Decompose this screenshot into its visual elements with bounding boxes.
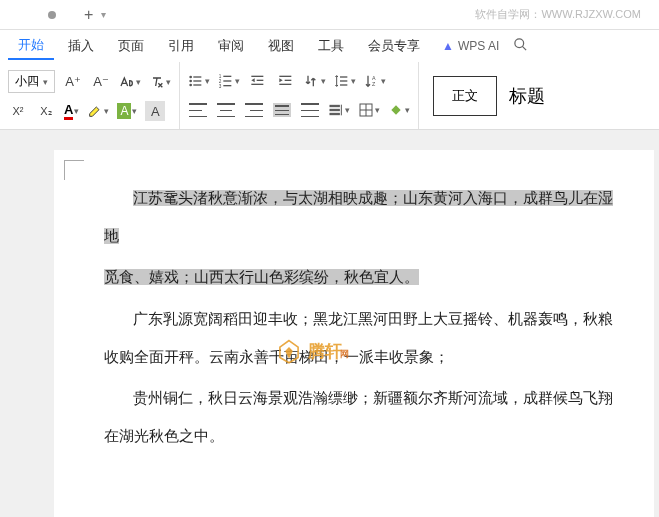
increase-indent-button[interactable]	[276, 71, 296, 91]
menu-page[interactable]: 页面	[108, 33, 154, 59]
paragraph-1[interactable]: 江苏鼋头渚秋意渐浓，与太湖相映成趣；山东黄河入海口，成群鸟儿在湿地	[104, 180, 614, 255]
svg-text:A: A	[372, 74, 376, 80]
shading-button[interactable]: A ▾	[117, 103, 137, 119]
line-spacing-button[interactable]: ▾	[334, 73, 356, 89]
menu-review[interactable]: 审阅	[208, 33, 254, 59]
svg-rect-20	[340, 76, 347, 77]
toolbar: 小四 ▾ A⁺ A⁻ ▾ ▾ X² X₂ A ▾ ▾	[0, 62, 659, 130]
svg-rect-26	[330, 110, 339, 111]
svg-rect-27	[330, 114, 339, 115]
svg-rect-3	[193, 76, 201, 77]
document-area: 江苏鼋头渚秋意渐浓，与太湖相映成趣；山东黄河入海口，成群鸟儿在湿地 觅食、嬉戏；…	[0, 130, 659, 517]
svg-rect-18	[285, 79, 292, 80]
menu-insert[interactable]: 插入	[58, 33, 104, 59]
ai-icon: ▲	[442, 39, 454, 53]
font-size-select[interactable]: 小四 ▾	[8, 70, 55, 93]
chevron-down-icon: ▾	[205, 76, 210, 86]
tab-indicator-icon	[48, 11, 56, 19]
svg-rect-19	[279, 83, 291, 84]
align-right-button[interactable]	[244, 100, 264, 120]
selected-text: 觅食、嬉戏；山西太行山色彩缤纷，秋色宜人。	[104, 269, 419, 285]
decrease-font-button[interactable]: A⁻	[91, 72, 111, 92]
svg-rect-5	[193, 80, 201, 81]
text-direction-button[interactable]: ▾	[304, 73, 326, 89]
change-case-button[interactable]: ▾	[119, 74, 141, 90]
font-size-value: 小四	[15, 73, 39, 90]
chevron-down-icon: ▾	[321, 76, 326, 86]
svg-rect-25	[330, 106, 339, 107]
superscript-button[interactable]: X²	[8, 101, 28, 121]
svg-point-2	[189, 75, 192, 78]
chevron-down-icon: ▾	[351, 76, 356, 86]
svg-rect-15	[257, 79, 264, 80]
svg-text:Z: Z	[372, 81, 376, 87]
page-corner-icon	[64, 160, 84, 180]
bullet-list-button[interactable]: ▾	[188, 73, 210, 89]
svg-rect-9	[223, 75, 231, 76]
menu-start[interactable]: 开始	[8, 32, 54, 60]
new-tab-button[interactable]: +	[84, 6, 93, 24]
menu-bar: 开始 插入 页面 引用 审阅 视图 工具 会员专享 ▲ WPS AI	[0, 30, 659, 62]
chevron-down-icon: ▾	[132, 106, 137, 116]
chevron-down-icon: ▾	[235, 76, 240, 86]
watermark-text: 软件自学网：WWW.RJZXW.COM	[475, 7, 641, 22]
style-heading-button[interactable]: 标题	[509, 84, 545, 108]
style-group: 正文 标题	[419, 62, 559, 129]
menu-member[interactable]: 会员专享	[358, 33, 430, 59]
svg-point-0	[515, 38, 524, 47]
svg-line-1	[523, 46, 527, 50]
document-page[interactable]: 江苏鼋头渚秋意渐浓，与太湖相映成趣；山东黄河入海口，成群鸟儿在湿地 觅食、嬉戏；…	[54, 150, 654, 517]
number-list-button[interactable]: 123 ▾	[218, 73, 240, 89]
svg-rect-17	[279, 75, 291, 76]
svg-point-6	[189, 83, 192, 86]
svg-text:3: 3	[219, 83, 222, 88]
chevron-down-icon: ▾	[405, 105, 410, 115]
chevron-down-icon: ▾	[381, 76, 386, 86]
subscript-button[interactable]: X₂	[36, 101, 56, 121]
svg-rect-22	[340, 84, 347, 85]
border-button[interactable]: ▾	[358, 102, 380, 118]
align-center-button[interactable]	[216, 100, 236, 120]
tab-settings-button[interactable]: ▾	[328, 102, 350, 118]
sort-button[interactable]: AZ ▾	[364, 73, 386, 89]
svg-rect-13	[223, 85, 231, 86]
style-normal-button[interactable]: 正文	[433, 76, 497, 116]
title-bar: + ▾ 软件自学网：WWW.RJZXW.COM	[0, 0, 659, 30]
highlight-button[interactable]: ▾	[87, 103, 109, 119]
align-justify-button[interactable]	[272, 100, 292, 120]
increase-font-button[interactable]: A⁺	[63, 72, 83, 92]
wps-ai-label: WPS AI	[458, 39, 499, 53]
search-icon[interactable]	[513, 37, 528, 56]
menu-view[interactable]: 视图	[258, 33, 304, 59]
wps-ai-button[interactable]: ▲ WPS AI	[442, 39, 499, 53]
menu-tools[interactable]: 工具	[308, 33, 354, 59]
svg-rect-7	[193, 84, 201, 85]
paragraph-1b[interactable]: 觅食、嬉戏；山西太行山色彩缤纷，秋色宜人。	[104, 259, 614, 297]
font-color-button[interactable]: A ▾	[64, 102, 79, 120]
font-group: 小四 ▾ A⁺ A⁻ ▾ ▾ X² X₂ A ▾ ▾	[0, 62, 180, 129]
chevron-down-icon: ▾	[166, 77, 171, 87]
svg-rect-11	[223, 80, 231, 81]
svg-rect-16	[251, 83, 263, 84]
chevron-down-icon: ▾	[136, 77, 141, 87]
character-shading-button[interactable]: A	[145, 101, 165, 121]
chevron-down-icon: ▾	[43, 77, 48, 87]
svg-point-4	[189, 79, 192, 82]
chevron-down-icon: ▾	[74, 106, 79, 116]
svg-rect-21	[340, 80, 347, 81]
paragraph-group: ▾ 123 ▾ ▾ ▾ AZ ▾	[180, 62, 419, 129]
align-left-button[interactable]	[188, 100, 208, 120]
align-distribute-button[interactable]	[300, 100, 320, 120]
selected-text: 江苏鼋头渚秋意渐浓，与太湖相映成趣；山东黄河入海口，成群鸟儿在湿地	[104, 190, 613, 244]
paragraph-3[interactable]: 贵州铜仁，秋日云海景观浩瀚缥缈；新疆额尔齐斯河流域，成群候鸟飞翔在湖光秋色之中。	[104, 380, 614, 455]
svg-rect-14	[251, 75, 263, 76]
tab-chevron-icon[interactable]: ▾	[101, 9, 106, 20]
clear-format-button[interactable]: ▾	[149, 74, 171, 90]
menu-reference[interactable]: 引用	[158, 33, 204, 59]
chevron-down-icon: ▾	[345, 105, 350, 115]
decrease-indent-button[interactable]	[248, 71, 268, 91]
chevron-down-icon: ▾	[104, 106, 109, 116]
paragraph-2[interactable]: 广东乳源宽阔稻田迎丰收；黑龙江黑河田野上大豆摇铃、机器轰鸣，秋粮收购全面开秤。云…	[104, 301, 614, 376]
fill-color-button[interactable]: ▾	[388, 102, 410, 118]
chevron-down-icon: ▾	[375, 105, 380, 115]
